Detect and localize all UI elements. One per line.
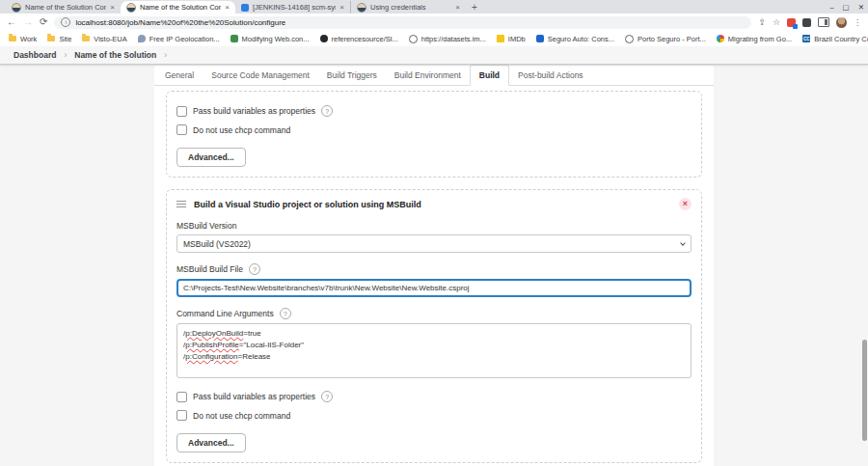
config-card: General Source Code Management Build Tri…: [154, 66, 714, 466]
args-line: /p:PublishProfile="Local-IIS-Folder": [183, 340, 685, 351]
command-line-arguments-textarea[interactable]: /p:DeployOnBuild=true /p:PublishProfile=…: [176, 323, 692, 378]
bookmark-item[interactable]: referencesource/Sl...: [320, 35, 398, 43]
browser-tab-1[interactable]: Name of the Solution Config [Je ×: [6, 1, 121, 14]
bookmarks-bar: Work Site Visto-EUA Free IP Geolocation.…: [0, 31, 868, 47]
checkbox-label: Do not use chcp command: [193, 125, 290, 135]
args-line: /p:DeployOnBuild=true: [183, 328, 685, 340]
bookmark-label: Modifying Web.con...: [242, 35, 310, 43]
bookmark-item[interactable]: Porto Seguro - Port...: [625, 35, 706, 43]
bookmark-star-icon[interactable]: ☆: [773, 18, 780, 27]
tab-build-environment[interactable]: Build Environment: [386, 66, 470, 85]
tab-title: [JENKINS-14168] scm-sync-con: [253, 3, 336, 12]
tab-title: Using credentials: [370, 3, 451, 12]
checkbox-label: Pass build variables as properties: [193, 106, 315, 116]
new-tab-button[interactable]: +: [472, 2, 477, 14]
remove-step-icon[interactable]: ×: [679, 198, 692, 210]
tab-general[interactable]: General: [156, 66, 203, 85]
tab-title: Name of the Solution Config [Je: [140, 3, 221, 12]
command-line-arguments-label: Command Line Arguments ?: [176, 308, 692, 319]
tab-source-code-management[interactable]: Source Code Management: [203, 66, 318, 85]
jenkins-favicon-icon: [357, 3, 366, 13]
refresh-icon[interactable]: ⟳: [40, 17, 47, 27]
jenkins-favicon-icon: [12, 3, 21, 13]
tab-close-icon[interactable]: ×: [110, 3, 115, 12]
jira-favicon-icon: [241, 4, 249, 12]
advanced-button[interactable]: Advanced...: [176, 148, 246, 167]
forward-icon[interactable]: →: [23, 17, 33, 27]
chevron-right-icon[interactable]: ›: [164, 50, 167, 60]
select-value: MSBuild (VS2022): [183, 239, 251, 249]
folder-icon: [47, 36, 55, 41]
bookmark-item[interactable]: Work: [9, 35, 37, 43]
bookmark-item[interactable]: Free IP Geolocation...: [138, 35, 220, 43]
breadcrumb-dashboard-link[interactable]: Dashboard: [14, 50, 56, 60]
help-icon[interactable]: ?: [321, 391, 333, 402]
pass-build-variables-checkbox[interactable]: [176, 106, 187, 117]
do-not-use-chcp-checkbox[interactable]: [176, 410, 187, 421]
side-panel-icon[interactable]: [818, 17, 829, 27]
bookmark-item[interactable]: Visto-EUA: [82, 35, 126, 43]
tab-build[interactable]: Build: [470, 65, 509, 86]
browser-tab-3[interactable]: [JENKINS-14168] scm-sync-con ×: [235, 1, 350, 14]
site-favicon-icon: [717, 35, 724, 42]
bookmark-label: Porto Seguro - Port...: [637, 35, 706, 43]
help-icon[interactable]: ?: [321, 105, 333, 117]
profile-avatar[interactable]: [836, 17, 847, 28]
close-button[interactable]: ✕: [858, 3, 864, 12]
github-icon: [320, 35, 328, 42]
bookmark-item[interactable]: IMDb: [497, 35, 526, 43]
bookmark-item[interactable]: Seguro Auto: Cons...: [536, 35, 614, 43]
bookmark-item[interactable]: CCBrazil Country Code...: [802, 35, 868, 43]
page-scrollbar[interactable]: [862, 340, 867, 441]
drag-handle-icon[interactable]: [176, 201, 186, 208]
msbuild-build-file-label: MSBuild Build File ?: [176, 263, 692, 275]
tab-post-build-actions[interactable]: Post-build Actions: [509, 66, 592, 85]
build-step-section-top: Pass build variables as properties ? Do …: [166, 91, 702, 178]
tab-close-icon[interactable]: ×: [225, 3, 230, 12]
folder-icon: [82, 36, 90, 41]
imdb-icon: [497, 35, 504, 42]
breadcrumb: Dashboard › Name of the Solution ›: [0, 46, 868, 65]
bookmark-item[interactable]: Site: [47, 35, 71, 43]
browser-toolbar: ← → ⟳ i localhost:8080/job/Name%20of%20t…: [0, 14, 868, 31]
tab-close-icon[interactable]: ×: [339, 3, 344, 12]
breadcrumb-job-link[interactable]: Name of the Solution: [74, 50, 156, 60]
bookmark-label: Free IP Geolocation...: [149, 35, 220, 43]
folder-icon: [9, 36, 16, 41]
url-text[interactable]: localhost:8080/job/Name%20of%20the%20Sol…: [75, 18, 285, 27]
share-icon[interactable]: ⇪: [758, 18, 766, 27]
site-info-icon[interactable]: i: [61, 17, 70, 27]
browser-tab-4[interactable]: Using credentials ×: [350, 1, 466, 14]
maximize-button[interactable]: ▢: [843, 3, 850, 12]
address-bar[interactable]: i localhost:8080/job/Name%20of%20the%20S…: [54, 16, 751, 29]
jenkins-page: Dashboard › Name of the Solution › Gener…: [0, 46, 868, 466]
browser-menu-icon[interactable]: ⋮: [854, 18, 861, 27]
bookmark-label: Work: [20, 35, 37, 43]
advanced-button[interactable]: Advanced...: [176, 433, 246, 452]
site-favicon-icon: [536, 35, 544, 42]
do-not-use-chcp-checkbox[interactable]: [176, 124, 187, 135]
msbuild-build-file-input[interactable]: [176, 279, 692, 297]
bookmark-label: Migrating from Go...: [728, 35, 792, 43]
extension-icon[interactable]: [802, 18, 811, 27]
browser-tab-2-active[interactable]: Name of the Solution Config [Je ×: [121, 1, 235, 14]
back-icon[interactable]: ←: [7, 17, 16, 27]
adblock-extension-icon[interactable]: [787, 18, 796, 27]
globe-icon: [625, 35, 634, 43]
tab-close-icon[interactable]: ×: [455, 3, 460, 12]
help-icon[interactable]: ?: [280, 308, 291, 319]
pass-build-variables-checkbox[interactable]: [176, 392, 187, 402]
tab-build-triggers[interactable]: Build Triggers: [318, 66, 386, 85]
bookmark-item[interactable]: Migrating from Go...: [717, 35, 792, 43]
bookmark-label: Site: [59, 35, 71, 43]
bookmark-label: Brazil Country Code...: [814, 35, 868, 43]
msbuild-version-select[interactable]: MSBuild (VS2022): [176, 234, 692, 253]
bookmark-item[interactable]: Modifying Web.con...: [231, 35, 310, 43]
bookmark-item[interactable]: https://datasets.im...: [409, 35, 486, 43]
cc-icon: CC: [802, 35, 810, 42]
minimize-button[interactable]: –: [829, 3, 833, 12]
bookmark-label: https://datasets.im...: [421, 35, 486, 43]
help-icon[interactable]: ?: [249, 263, 260, 275]
globe-icon: [409, 35, 418, 43]
args-line: /p:Configuration=Release: [183, 351, 685, 363]
